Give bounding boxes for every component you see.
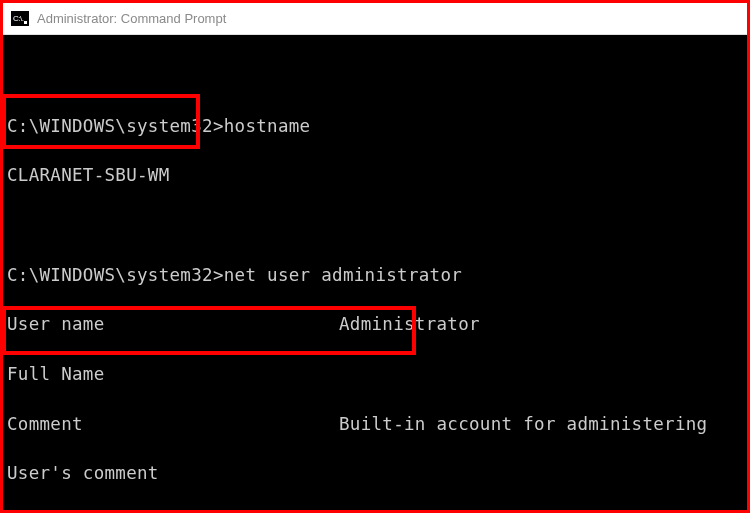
hostname-output: CLARANET-SBU-WM [3, 163, 747, 188]
blank-line [3, 213, 747, 238]
label: Comment [7, 412, 339, 437]
row-user-name: User nameAdministrator [3, 312, 747, 337]
prompt-path: C:\WINDOWS\system32> [7, 265, 224, 285]
command-hostname: hostname [224, 116, 311, 136]
row-comment: CommentBuilt-in account for administerin… [3, 412, 747, 437]
titlebar[interactable]: C:\. Administrator: Command Prompt [3, 3, 747, 35]
blank-line [3, 64, 747, 89]
prompt-path: C:\WINDOWS\system32> [7, 116, 224, 136]
window-frame: C:\. Administrator: Command Prompt C:\WI… [0, 0, 750, 513]
row-full-name: Full Name [3, 362, 747, 387]
prompt-line-2: C:\WINDOWS\system32>net user administrat… [3, 263, 747, 288]
label: User name [7, 312, 339, 337]
row-users-comment: User's comment [3, 461, 747, 486]
cmd-icon: C:\. [11, 11, 29, 26]
label: Full Name [7, 362, 339, 387]
label: User's comment [7, 461, 339, 486]
value: Built-in account for administering [339, 414, 707, 434]
value: Administrator [339, 314, 480, 334]
terminal-area[interactable]: C:\WINDOWS\system32>hostname CLARANET-SB… [3, 35, 747, 510]
command-netuser: net user administrator [224, 265, 462, 285]
window-title: Administrator: Command Prompt [37, 11, 226, 26]
prompt-line-1: C:\WINDOWS\system32>hostname [3, 114, 747, 139]
